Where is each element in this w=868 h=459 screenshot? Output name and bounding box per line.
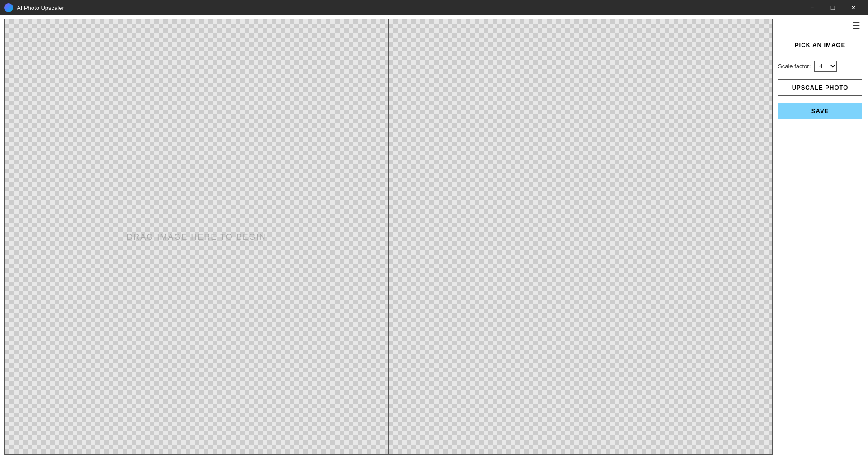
title-bar: AI Photo Upscaler − □ ✕ (0, 0, 868, 15)
title-bar-left: AI Photo Upscaler (4, 3, 64, 12)
close-button[interactable]: ✕ (843, 0, 864, 15)
main-content: DRAG IMAGE HERE TO BEGIN ☰ PICK AN IMAGE… (0, 15, 868, 459)
maximize-button[interactable]: □ (822, 0, 843, 15)
app-window: AI Photo Upscaler − □ ✕ DRAG IMAGE HERE … (0, 0, 868, 459)
window-title: AI Photo Upscaler (17, 5, 64, 11)
menu-button[interactable]: ☰ (850, 19, 862, 33)
image-panels: DRAG IMAGE HERE TO BEGIN (4, 19, 773, 455)
scale-factor-row: Scale factor: 2 4 8 (778, 61, 862, 72)
pick-image-button[interactable]: PICK AN IMAGE (778, 37, 862, 53)
app-icon (4, 3, 13, 12)
minimize-button[interactable]: − (802, 0, 822, 15)
title-bar-controls: − □ ✕ (802, 0, 864, 15)
sidebar: ☰ PICK AN IMAGE Scale factor: 2 4 8 UPSC… (773, 15, 868, 459)
upscaled-image-panel (389, 19, 772, 454)
original-image-panel[interactable]: DRAG IMAGE HERE TO BEGIN (5, 19, 389, 454)
save-button[interactable]: SAVE (778, 103, 862, 119)
drag-hint-text: DRAG IMAGE HERE TO BEGIN (127, 232, 266, 241)
scale-factor-select[interactable]: 2 4 8 (814, 61, 837, 72)
upscale-photo-button[interactable]: UPSCALE PHOTO (778, 79, 862, 96)
scale-factor-label: Scale factor: (778, 63, 811, 70)
